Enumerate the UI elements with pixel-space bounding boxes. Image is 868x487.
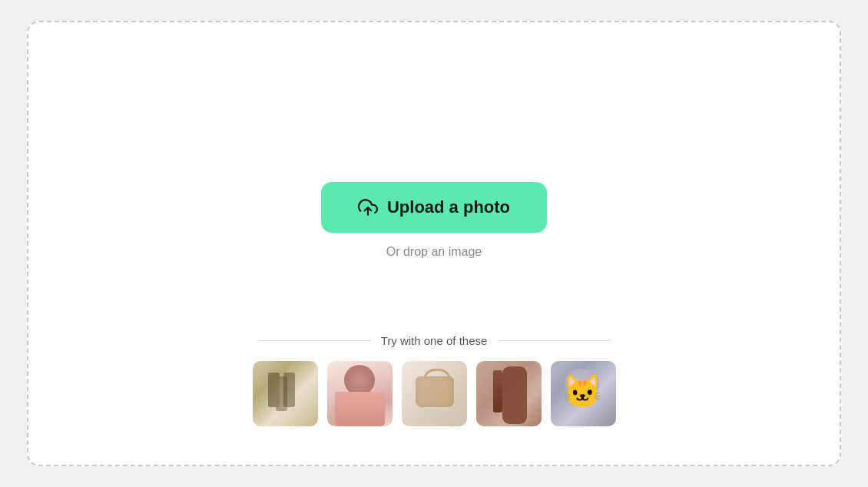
divider-right: [498, 340, 611, 341]
sample-image-cat[interactable]: [551, 361, 616, 426]
upload-area: Upload a photo Or drop an image: [321, 182, 547, 259]
sample-section: Try with one of these: [28, 334, 840, 426]
sample-images: [253, 361, 616, 426]
divider-left: [257, 340, 370, 341]
drop-zone[interactable]: Upload a photo Or drop an image Try with…: [27, 21, 841, 466]
sample-image-cosmetics[interactable]: [476, 361, 542, 426]
drop-text: Or drop an image: [386, 245, 482, 259]
upload-button[interactable]: Upload a photo: [321, 182, 547, 233]
sample-image-handbag[interactable]: [402, 361, 467, 426]
sample-image-serums[interactable]: [253, 361, 318, 426]
upload-button-label: Upload a photo: [387, 197, 510, 217]
sample-image-woman[interactable]: [327, 361, 393, 426]
upload-icon: [358, 197, 378, 217]
sample-label-row: Try with one of these: [257, 334, 611, 347]
sample-label: Try with one of these: [381, 334, 488, 347]
